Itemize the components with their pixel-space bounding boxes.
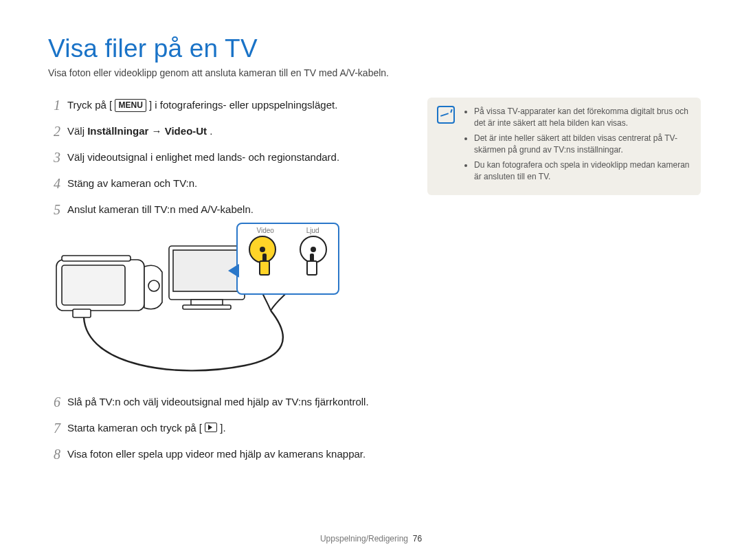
step-2-bold-a: Inställningar — [87, 125, 148, 137]
step-7-text-b: ]. — [220, 422, 225, 434]
step-2-arrow: → — [152, 125, 165, 137]
step-1: 1 Tryck på [ MENU ] i fotograferings- el… — [48, 98, 398, 113]
step-number: 4 — [48, 176, 60, 191]
menu-chip: MENU — [115, 99, 146, 112]
audio-port-label: Ljud — [306, 227, 319, 234]
step-6-text: Slå på TV:n och välj videoutsignal med h… — [67, 394, 398, 410]
step-2: 2 Välj Inställningar → Video-Ut . — [48, 124, 398, 139]
page-title: Visa filer på en TV — [48, 34, 701, 63]
step-4-text: Stäng av kameran och TV:n. — [67, 176, 398, 191]
footer-page-number: 76 — [413, 534, 422, 544]
step-3: 3 Välj videoutsignal i enlighet med land… — [48, 150, 398, 165]
step-7: 7 Starta kameran och tryck på [ ]. — [48, 421, 398, 436]
step-number: 2 — [48, 124, 60, 139]
audio-plug-icon — [306, 260, 317, 289]
step-8-text: Visa foton eller spela upp videor med hj… — [67, 447, 398, 462]
step-number: 8 — [48, 447, 60, 462]
svg-rect-4 — [73, 309, 91, 317]
step-number: 7 — [48, 421, 60, 436]
step-number: 6 — [48, 394, 60, 410]
step-2-text-e: . — [210, 125, 212, 137]
note-item: Det är inte heller säkert att bilden vis… — [474, 133, 690, 157]
step-5-text: Anslut kameran till TV:n med A/V-kabeln. — [67, 202, 398, 217]
step-2-text-a: Välj — [67, 125, 87, 137]
connection-diagram: Video Ljud — [52, 228, 341, 386]
step-number: 1 — [48, 98, 60, 113]
page-footer: Uppspelning/Redigering 76 — [0, 534, 742, 544]
step-number: 5 — [48, 202, 60, 217]
note-item: På vissa TV-apparater kan det förekomma … — [474, 106, 690, 130]
step-5: 5 Anslut kameran till TV:n med A/V-kabel… — [48, 202, 398, 217]
svg-rect-1 — [62, 265, 125, 305]
note-item: Du kan fotografera och spela in videokli… — [474, 159, 690, 183]
step-number: 3 — [48, 150, 60, 165]
av-ports-callout: Video Ljud — [236, 223, 339, 295]
step-4: 4 Stäng av kameran och TV:n. — [48, 176, 398, 191]
step-3-text: Välj videoutsignal i enlighet med lands-… — [67, 150, 398, 165]
video-plug-icon — [259, 260, 270, 289]
svg-rect-7 — [191, 300, 223, 305]
video-port-label: Video — [256, 227, 273, 234]
step-7-text-a: Starta kameran och tryck på [ — [67, 422, 202, 434]
step-1-text-b: ] i fotograferings- eller uppspelningslä… — [149, 99, 337, 111]
svg-rect-8 — [183, 305, 231, 309]
page-subtitle: Visa foton eller videoklipp genom att an… — [48, 67, 701, 78]
notes-box: På vissa TV-apparater kan det förekomma … — [427, 98, 701, 195]
svg-point-2 — [148, 280, 159, 291]
footer-section: Uppspelning/Redigering — [320, 534, 408, 544]
svg-rect-3 — [62, 256, 131, 261]
step-6: 6 Slå på TV:n och välj videoutsignal med… — [48, 394, 398, 410]
step-1-text-a: Tryck på [ — [67, 99, 112, 111]
step-8: 8 Visa foton eller spela upp videor med … — [48, 447, 398, 462]
step-2-bold-b: Video-Ut — [165, 125, 207, 137]
playback-icon — [205, 423, 217, 432]
note-icon — [437, 106, 455, 124]
